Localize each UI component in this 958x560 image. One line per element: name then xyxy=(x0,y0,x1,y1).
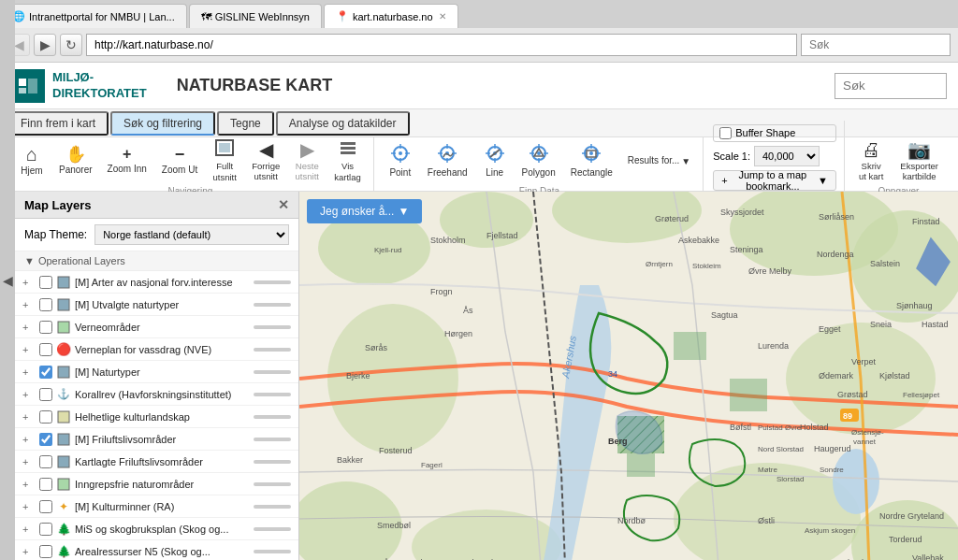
scale-select[interactable]: 40,000 1,000 5,000 10,000 25,000 100,000 xyxy=(754,146,820,166)
bookmark-button[interactable]: + Jump to a map bookmark... ▼ xyxy=(713,170,836,191)
hand-icon: ✋ xyxy=(65,146,86,163)
layer-opacity-slider[interactable] xyxy=(254,325,291,329)
point-button[interactable]: Point xyxy=(382,137,419,184)
toolbar-print-group: 🖨 Skrivut kart 📷 Eksporterkartbilde Oppg… xyxy=(847,137,951,191)
layer-opacity-slider[interactable] xyxy=(254,370,291,374)
layer-opacity-slider[interactable] xyxy=(254,280,291,284)
layer-checkbox[interactable] xyxy=(39,321,52,334)
layer-checkbox[interactable] xyxy=(39,276,52,289)
svg-text:vannet: vannet xyxy=(853,438,877,446)
menu-item-search[interactable]: Søk og filtrering xyxy=(110,111,215,136)
tree-icon: 🌲 xyxy=(56,522,71,537)
layer-expand-icon[interactable]: + xyxy=(22,389,36,400)
svg-text:Fjellstad: Fjellstad xyxy=(486,231,518,240)
list-item: + 🌲 Arealressurser N5 (Skog og... xyxy=(15,540,298,560)
freehand-button[interactable]: Freehand xyxy=(421,137,474,184)
layer-checkbox[interactable] xyxy=(39,343,52,356)
layer-opacity-slider[interactable] xyxy=(254,550,291,553)
layer-expand-icon[interactable]: + xyxy=(22,277,36,288)
layer-checkbox[interactable] xyxy=(39,298,52,311)
map-theme-select[interactable]: Norge fastland (default) Svalbard Hav xyxy=(94,224,289,245)
layer-opacity-slider[interactable] xyxy=(254,393,291,396)
forward-button[interactable]: ▶ xyxy=(34,34,56,56)
sidebar-close-button[interactable]: ✕ xyxy=(278,197,289,212)
list-item: + [M] Naturtyper xyxy=(15,361,298,383)
layer-opacity-slider[interactable] xyxy=(254,460,291,464)
svg-text:Slorstad: Slorstad xyxy=(777,475,804,483)
eksporter-button[interactable]: 📷 Eksporterkartbilde xyxy=(893,137,945,184)
zoom-inn-button[interactable]: + Zoom Inn xyxy=(101,137,153,184)
svg-text:Fosterud: Fosterud xyxy=(379,446,413,455)
buffer-checkbox-label[interactable]: Buffer Shape xyxy=(713,124,836,142)
list-item: + 🌲 MiS og skogbruksplan (Skog og... xyxy=(15,518,298,540)
layer-expand-icon[interactable]: + xyxy=(22,366,36,378)
svg-text:Vallebak: Vallebak xyxy=(912,553,944,560)
layer-checkbox[interactable] xyxy=(39,500,52,513)
layer-expand-icon[interactable]: + xyxy=(22,434,36,445)
layer-checkbox[interactable] xyxy=(39,478,52,491)
jeg-onsker-button[interactable]: Jeg ønsker å... ▼ xyxy=(307,199,422,223)
kultur-icon: ✦ xyxy=(56,499,71,514)
layer-checkbox[interactable] xyxy=(39,545,52,558)
forrige-utsnitt-button[interactable]: ◀ Forrigeutsnitt xyxy=(245,137,286,184)
layer-opacity-slider[interactable] xyxy=(254,415,291,419)
main-area: ◀ Map Layers ✕ Map Theme: Norge fastland… xyxy=(0,192,958,560)
layer-checkbox[interactable] xyxy=(39,366,52,379)
layer-checkbox[interactable] xyxy=(39,455,52,468)
skriv-ut-button[interactable]: 🖨 Skrivut kart xyxy=(852,137,890,184)
line-button[interactable]: Line xyxy=(476,137,514,184)
layer-opacity-slider[interactable] xyxy=(254,348,291,352)
layer-expand-icon[interactable]: + xyxy=(22,479,36,490)
address-bar[interactable] xyxy=(86,34,797,56)
layer-expand-icon[interactable]: + xyxy=(22,344,36,355)
sidebar-collapse-button[interactable]: ◀ xyxy=(0,192,15,560)
menu-item-finn[interactable]: Finn frem i kart xyxy=(7,111,109,136)
layer-expand-icon[interactable]: + xyxy=(22,546,36,557)
layer-opacity-slider[interactable] xyxy=(254,505,291,509)
logo-text: MILJØ- DIREKTORATET xyxy=(52,70,147,102)
buffer-checkbox[interactable] xyxy=(719,127,732,139)
layer-expand-icon[interactable]: + xyxy=(22,456,36,467)
svg-rect-64 xyxy=(627,453,655,477)
full-utsnitt-button[interactable]: Fulltutsnitt xyxy=(206,137,243,184)
layer-checkbox[interactable] xyxy=(39,388,52,401)
layer-opacity-slider[interactable] xyxy=(254,303,291,307)
results-button[interactable]: Results for... ▼ xyxy=(621,148,697,174)
neste-utsnitt-button[interactable]: ▶ Nesteutsnitt xyxy=(288,137,326,184)
layer-expand-icon[interactable]: + xyxy=(22,524,36,535)
menu-item-analysis[interactable]: Analyse og datakilder xyxy=(276,111,410,136)
tab-gisline[interactable]: 🗺 GISLINE WebInnsyn xyxy=(189,4,322,28)
browser-search-input[interactable] xyxy=(801,34,951,56)
polygon-button[interactable]: Polygon xyxy=(515,137,562,184)
layer-expand-icon[interactable]: + xyxy=(22,299,36,310)
tab-intranett[interactable]: 🌐 Intranettportal for NMBU | Lan... xyxy=(0,4,187,28)
panorer-button[interactable]: ✋ Panorer xyxy=(52,137,99,184)
layers-icon xyxy=(339,139,357,159)
layer-expand-icon[interactable]: + xyxy=(22,501,36,512)
tab-close-icon[interactable]: ✕ xyxy=(439,11,446,22)
tab-naturbase[interactable]: 📍 kart.naturbase.no ✕ xyxy=(324,4,458,28)
layer-checkbox[interactable] xyxy=(39,410,52,424)
layer-icon xyxy=(56,409,71,424)
map-area[interactable]: Grøterud Skyssjordet Sørliåsen Finstad A… xyxy=(299,192,958,560)
svg-text:Nordbø: Nordbø xyxy=(617,516,646,525)
refresh-button[interactable]: ↻ xyxy=(60,34,82,56)
rectangle-icon xyxy=(582,144,601,165)
header-search-input[interactable] xyxy=(835,73,947,99)
zoom-ut-button[interactable]: − Zoom Ut xyxy=(155,137,204,184)
layer-opacity-slider[interactable] xyxy=(254,527,291,531)
home-icon: ⌂ xyxy=(26,145,37,164)
rectangle-button[interactable]: Rectangle xyxy=(564,137,619,184)
layer-opacity-slider[interactable] xyxy=(254,482,291,486)
layer-checkbox[interactable] xyxy=(39,433,52,446)
layer-opacity-slider[interactable] xyxy=(254,438,291,441)
app-title: NATURBASE KART xyxy=(177,76,333,95)
layer-expand-icon[interactable]: + xyxy=(22,322,36,333)
layer-icon xyxy=(56,454,71,469)
layer-expand-icon[interactable]: + xyxy=(22,411,36,423)
vis-kartlag-button[interactable]: Viskartlag xyxy=(327,137,368,184)
svg-text:34: 34 xyxy=(608,369,617,379)
layer-checkbox[interactable] xyxy=(39,523,52,536)
hjem-button[interactable]: ⌂ Hjem xyxy=(13,137,51,184)
menu-item-draw[interactable]: Tegne xyxy=(217,111,274,136)
